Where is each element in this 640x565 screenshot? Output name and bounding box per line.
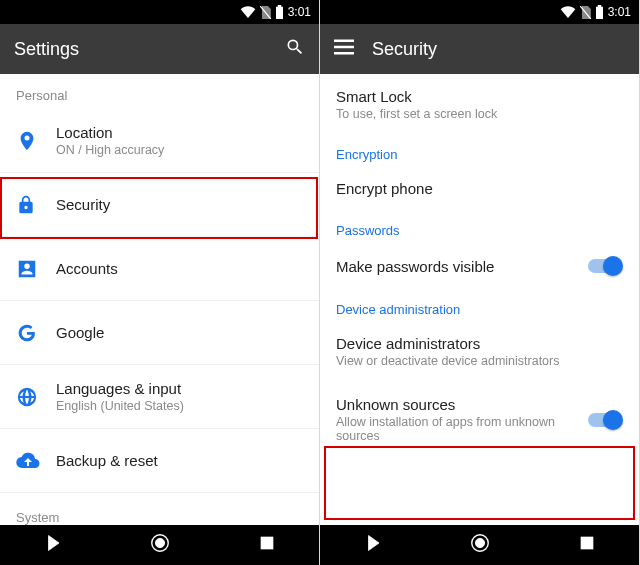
lock-icon: [16, 194, 56, 216]
security-list: Smart Lock To use, first set a screen lo…: [320, 74, 639, 525]
status-time: 3:01: [288, 5, 311, 19]
google-icon: [16, 322, 56, 344]
section-personal: Personal: [0, 74, 319, 109]
section-passwords: Passwords: [320, 209, 639, 244]
wifi-icon: [560, 6, 576, 18]
item-encrypt-phone[interactable]: Encrypt phone: [320, 168, 639, 209]
settings-item-backup[interactable]: Backup & reset: [0, 429, 319, 493]
status-time: 3:01: [608, 5, 631, 19]
item-sublabel: Allow installation of apps from unknown …: [336, 415, 587, 443]
settings-screen: 3:01 Settings Personal Location ON / Hig…: [0, 0, 320, 565]
item-label: Encrypt phone: [336, 180, 623, 197]
item-sublabel: To use, first set a screen lock: [336, 107, 623, 121]
item-label: Accounts: [56, 260, 303, 277]
settings-item-languages[interactable]: Languages & input English (United States…: [0, 365, 319, 429]
section-system: System: [0, 500, 75, 525]
app-bar: Settings: [0, 24, 319, 74]
status-bar: 3:01: [320, 0, 639, 24]
no-sim-icon: [580, 6, 591, 19]
settings-list: Personal Location ON / High accuracy Sec…: [0, 74, 319, 525]
section-device-admin: Device administration: [320, 288, 639, 323]
status-bar: 3:01: [0, 0, 319, 24]
settings-item-location[interactable]: Location ON / High accuracy: [0, 109, 319, 173]
home-button[interactable]: [149, 532, 171, 558]
item-device-admins[interactable]: Device administrators View or deactivate…: [320, 323, 639, 380]
settings-item-google[interactable]: Google: [0, 301, 319, 365]
svg-rect-2: [261, 537, 273, 549]
nav-bar: [320, 525, 639, 565]
item-label: Device administrators: [336, 335, 623, 352]
svg-point-4: [476, 538, 485, 547]
settings-item-security[interactable]: Security: [0, 173, 319, 237]
svg-point-1: [156, 538, 165, 547]
section-encryption: Encryption: [320, 133, 639, 168]
battery-icon: [275, 5, 284, 19]
back-button[interactable]: [44, 534, 62, 556]
account-icon: [16, 258, 56, 280]
item-passwords-visible[interactable]: Make passwords visible: [320, 244, 639, 288]
location-icon: [16, 130, 56, 152]
item-sublabel: English (United States): [56, 399, 303, 413]
recent-button[interactable]: [259, 535, 275, 555]
item-label: Make passwords visible: [336, 258, 587, 275]
cloud-upload-icon: [16, 452, 56, 470]
item-label: Backup & reset: [56, 452, 303, 469]
item-sublabel: View or deactivate device administrators: [336, 354, 623, 368]
app-bar: Security: [320, 24, 639, 74]
toggle-unknown-sources[interactable]: [587, 410, 623, 430]
wifi-icon: [240, 6, 256, 18]
item-sublabel: ON / High accuracy: [56, 143, 303, 157]
item-smart-lock: Smart Lock To use, first set a screen lo…: [320, 74, 639, 133]
item-label: Security: [56, 196, 303, 213]
item-label: Unknown sources: [336, 396, 587, 413]
nav-bar: [0, 525, 319, 565]
recent-button[interactable]: [579, 535, 595, 555]
security-screen: 3:01 Security Smart Lock To use, first s…: [320, 0, 640, 565]
search-icon[interactable]: [285, 37, 305, 61]
no-sim-icon: [260, 6, 271, 19]
toggle-passwords-visible[interactable]: [587, 256, 623, 276]
item-unknown-sources[interactable]: Unknown sources Allow installation of ap…: [320, 380, 639, 459]
back-button[interactable]: [364, 534, 382, 556]
page-title: Security: [372, 39, 625, 60]
settings-item-accounts[interactable]: Accounts: [0, 237, 319, 301]
globe-icon: [16, 386, 56, 408]
item-label: Location: [56, 124, 303, 141]
home-button[interactable]: [469, 532, 491, 558]
battery-icon: [595, 5, 604, 19]
item-label: Smart Lock: [336, 88, 623, 105]
menu-icon[interactable]: [334, 39, 354, 59]
svg-rect-5: [581, 537, 593, 549]
item-label: Languages & input: [56, 380, 303, 397]
item-label: Google: [56, 324, 303, 341]
page-title: Settings: [14, 39, 267, 60]
